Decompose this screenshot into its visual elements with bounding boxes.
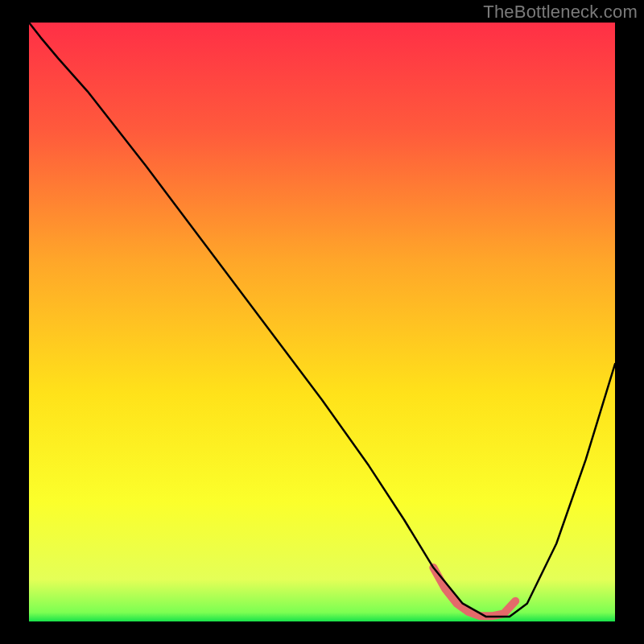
chart-container: TheBottleneck.com — [0, 0, 644, 644]
watermark-text: TheBottleneck.com — [483, 2, 638, 23]
bottleneck-chart — [0, 0, 644, 644]
gradient-background — [29, 23, 615, 621]
